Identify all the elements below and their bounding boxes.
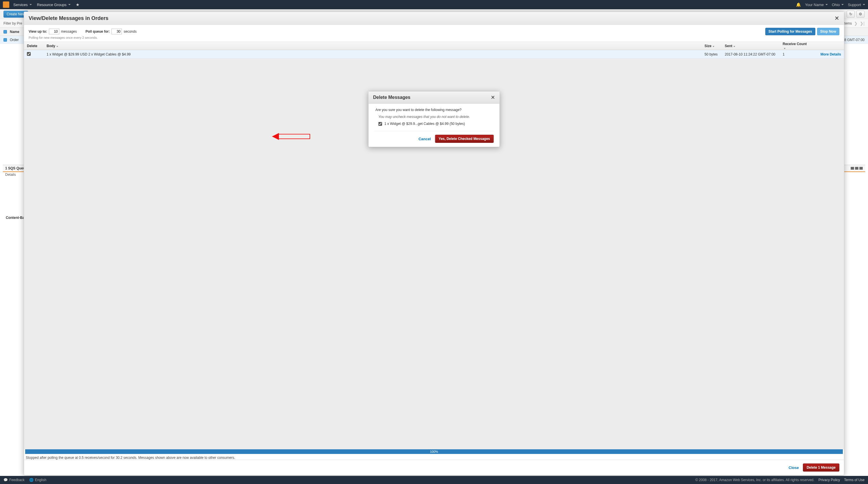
col-size[interactable]: Size — [702, 44, 722, 44]
start-polling-button[interactable]: Start Polling for Messages — [765, 28, 815, 35]
messages-unit: messages — [61, 30, 77, 34]
poll-note: Polling for new messages once every 2 se… — [24, 36, 844, 42]
col-delete: Delete — [24, 44, 44, 44]
stop-now-button[interactable]: Stop Now — [817, 28, 839, 35]
view-up-to-input[interactable] — [49, 29, 59, 34]
modal-overlay: View/Delete Messages in Orders ✕ View up… — [0, 0, 868, 44]
poll-for-label: Poll queue for: — [85, 30, 110, 34]
close-icon[interactable]: ✕ — [834, 15, 839, 22]
col-body[interactable]: Body — [44, 44, 702, 44]
view-delete-modal: View/Delete Messages in Orders ✕ View up… — [24, 11, 844, 44]
modal-title: View/Delete Messages in Orders — [29, 15, 108, 22]
poll-for-input[interactable] — [112, 29, 122, 34]
view-up-to-label: View up to: — [29, 30, 47, 34]
col-sent[interactable]: Sent — [722, 44, 780, 44]
col-receive-count[interactable]: Receive Count — [780, 42, 812, 44]
modal-controls: View up to: messages Poll queue for: sec… — [24, 25, 844, 36]
seconds-unit: seconds — [124, 30, 136, 34]
messages-table: Delete Body Size Sent Receive Count 1 x … — [24, 42, 844, 44]
